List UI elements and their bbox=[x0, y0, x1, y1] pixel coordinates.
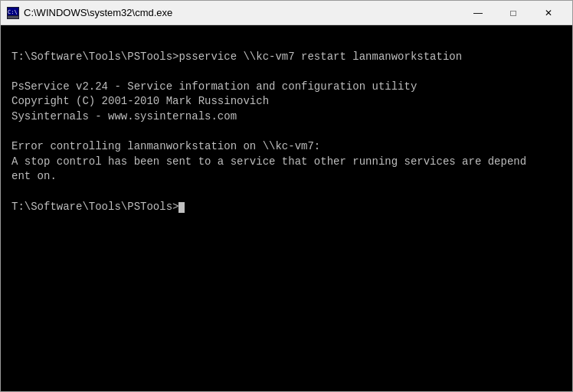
cmd-icon: C:\ bbox=[7, 7, 19, 19]
window-controls: — □ ✕ bbox=[460, 1, 566, 25]
svg-rect-3 bbox=[8, 16, 18, 18]
cmd-window: C:\ C:\WINDOWS\system32\cmd.exe — □ ✕ T:… bbox=[0, 0, 573, 392]
window-title: C:\WINDOWS\system32\cmd.exe bbox=[24, 7, 460, 18]
terminal-cursor bbox=[178, 202, 185, 213]
svg-text:C:\: C:\ bbox=[8, 9, 18, 15]
maximize-button[interactable]: □ bbox=[496, 1, 531, 25]
close-button[interactable]: ✕ bbox=[531, 1, 566, 25]
terminal-output[interactable]: T:\Software\Tools\PSTools>psservice \\kc… bbox=[1, 25, 572, 391]
title-bar: C:\ C:\WINDOWS\system32\cmd.exe — □ ✕ bbox=[1, 1, 572, 25]
minimize-button[interactable]: — bbox=[460, 1, 496, 25]
